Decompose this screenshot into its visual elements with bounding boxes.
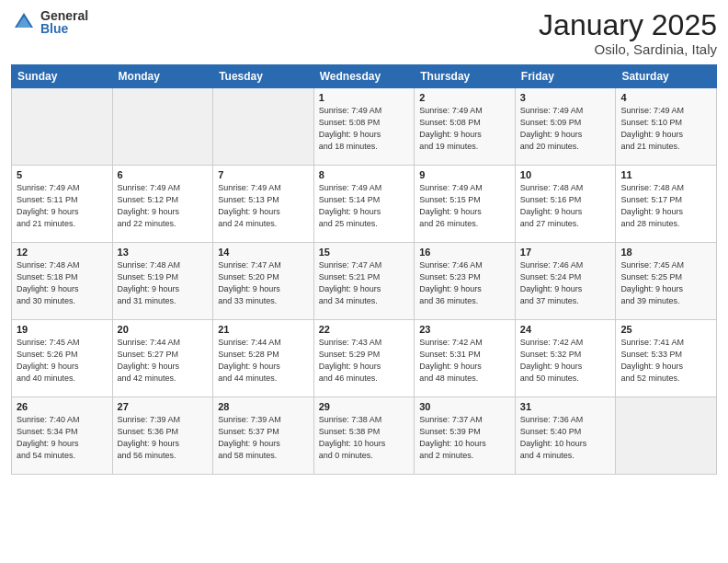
day-number: 12 xyxy=(17,247,108,258)
logo-icon xyxy=(11,9,37,35)
calendar-cell: 6Sunrise: 7:49 AM Sunset: 5:12 PM Daylig… xyxy=(112,166,213,243)
calendar-cell: 12Sunrise: 7:48 AM Sunset: 5:18 PM Dayli… xyxy=(12,243,113,320)
day-info: Sunrise: 7:40 AM Sunset: 5:34 PM Dayligh… xyxy=(17,414,108,462)
day-info: Sunrise: 7:46 AM Sunset: 5:23 PM Dayligh… xyxy=(419,259,510,307)
day-info: Sunrise: 7:48 AM Sunset: 5:17 PM Dayligh… xyxy=(620,182,711,230)
day-info: Sunrise: 7:41 AM Sunset: 5:33 PM Dayligh… xyxy=(620,337,711,385)
month-title: January 2025 xyxy=(539,9,717,41)
day-number: 3 xyxy=(520,92,611,103)
calendar-week-4: 19Sunrise: 7:45 AM Sunset: 5:26 PM Dayli… xyxy=(12,320,717,397)
calendar-week-2: 5Sunrise: 7:49 AM Sunset: 5:11 PM Daylig… xyxy=(12,166,717,243)
calendar-cell: 14Sunrise: 7:47 AM Sunset: 5:20 PM Dayli… xyxy=(213,243,314,320)
day-info: Sunrise: 7:45 AM Sunset: 5:25 PM Dayligh… xyxy=(620,259,711,307)
day-info: Sunrise: 7:47 AM Sunset: 5:20 PM Dayligh… xyxy=(218,259,309,307)
calendar-cell: 15Sunrise: 7:47 AM Sunset: 5:21 PM Dayli… xyxy=(313,243,415,320)
calendar-cell: 23Sunrise: 7:42 AM Sunset: 5:31 PM Dayli… xyxy=(415,320,516,397)
day-number: 9 xyxy=(419,169,510,180)
calendar-cell xyxy=(213,88,314,166)
col-monday: Monday xyxy=(112,65,213,88)
day-number: 2 xyxy=(419,92,510,103)
calendar-table: Sunday Monday Tuesday Wednesday Thursday… xyxy=(11,64,717,475)
day-info: Sunrise: 7:43 AM Sunset: 5:29 PM Dayligh… xyxy=(319,337,410,385)
calendar-cell: 30Sunrise: 7:37 AM Sunset: 5:39 PM Dayli… xyxy=(415,397,516,475)
calendar-cell: 4Sunrise: 7:49 AM Sunset: 5:10 PM Daylig… xyxy=(616,88,717,166)
day-number: 17 xyxy=(520,247,611,258)
day-info: Sunrise: 7:48 AM Sunset: 5:18 PM Dayligh… xyxy=(17,259,108,307)
col-sunday: Sunday xyxy=(12,65,113,88)
header: General Blue January 2025 Osilo, Sardini… xyxy=(11,9,717,57)
day-number: 1 xyxy=(319,92,410,103)
calendar-cell: 26Sunrise: 7:40 AM Sunset: 5:34 PM Dayli… xyxy=(12,397,113,475)
calendar-cell: 21Sunrise: 7:44 AM Sunset: 5:28 PM Dayli… xyxy=(213,320,314,397)
logo-text: General Blue xyxy=(40,9,88,35)
col-thursday: Thursday xyxy=(415,65,516,88)
calendar-cell: 22Sunrise: 7:43 AM Sunset: 5:29 PM Dayli… xyxy=(313,320,415,397)
day-info: Sunrise: 7:49 AM Sunset: 5:09 PM Dayligh… xyxy=(520,105,611,153)
day-info: Sunrise: 7:44 AM Sunset: 5:27 PM Dayligh… xyxy=(118,337,209,385)
day-number: 25 xyxy=(620,324,711,335)
calendar-week-5: 26Sunrise: 7:40 AM Sunset: 5:34 PM Dayli… xyxy=(12,397,717,475)
calendar-cell: 24Sunrise: 7:42 AM Sunset: 5:32 PM Dayli… xyxy=(515,320,616,397)
col-saturday: Saturday xyxy=(616,65,717,88)
col-friday: Friday xyxy=(515,65,616,88)
calendar-cell: 20Sunrise: 7:44 AM Sunset: 5:27 PM Dayli… xyxy=(112,320,213,397)
day-number: 23 xyxy=(419,324,510,335)
location-title: Osilo, Sardinia, Italy xyxy=(539,41,717,57)
calendar-cell: 29Sunrise: 7:38 AM Sunset: 5:38 PM Dayli… xyxy=(313,397,415,475)
day-number: 14 xyxy=(218,247,309,258)
day-number: 18 xyxy=(620,247,711,258)
day-number: 16 xyxy=(419,247,510,258)
day-info: Sunrise: 7:42 AM Sunset: 5:32 PM Dayligh… xyxy=(520,337,611,385)
day-info: Sunrise: 7:46 AM Sunset: 5:24 PM Dayligh… xyxy=(520,259,611,307)
day-number: 28 xyxy=(218,401,309,412)
day-info: Sunrise: 7:49 AM Sunset: 5:08 PM Dayligh… xyxy=(319,105,410,153)
calendar-cell: 17Sunrise: 7:46 AM Sunset: 5:24 PM Dayli… xyxy=(515,243,616,320)
logo: General Blue xyxy=(11,9,88,35)
day-info: Sunrise: 7:49 AM Sunset: 5:15 PM Dayligh… xyxy=(419,182,510,230)
day-info: Sunrise: 7:49 AM Sunset: 5:08 PM Dayligh… xyxy=(419,105,510,153)
calendar-cell: 18Sunrise: 7:45 AM Sunset: 5:25 PM Dayli… xyxy=(616,243,717,320)
calendar-cell: 5Sunrise: 7:49 AM Sunset: 5:11 PM Daylig… xyxy=(12,166,113,243)
calendar-cell: 25Sunrise: 7:41 AM Sunset: 5:33 PM Dayli… xyxy=(616,320,717,397)
day-info: Sunrise: 7:49 AM Sunset: 5:10 PM Dayligh… xyxy=(620,105,711,153)
calendar-cell: 10Sunrise: 7:48 AM Sunset: 5:16 PM Dayli… xyxy=(515,166,616,243)
day-number: 11 xyxy=(620,169,711,180)
day-number: 19 xyxy=(17,324,108,335)
day-info: Sunrise: 7:44 AM Sunset: 5:28 PM Dayligh… xyxy=(218,337,309,385)
calendar-cell: 1Sunrise: 7:49 AM Sunset: 5:08 PM Daylig… xyxy=(313,88,415,166)
day-number: 31 xyxy=(520,401,611,412)
day-info: Sunrise: 7:48 AM Sunset: 5:16 PM Dayligh… xyxy=(520,182,611,230)
calendar-cell xyxy=(616,397,717,475)
day-number: 5 xyxy=(17,169,108,180)
day-info: Sunrise: 7:45 AM Sunset: 5:26 PM Dayligh… xyxy=(17,337,108,385)
calendar-cell: 9Sunrise: 7:49 AM Sunset: 5:15 PM Daylig… xyxy=(415,166,516,243)
day-number: 7 xyxy=(218,169,309,180)
calendar-week-1: 1Sunrise: 7:49 AM Sunset: 5:08 PM Daylig… xyxy=(12,88,717,166)
day-number: 10 xyxy=(520,169,611,180)
day-number: 8 xyxy=(319,169,410,180)
day-number: 24 xyxy=(520,324,611,335)
day-info: Sunrise: 7:49 AM Sunset: 5:14 PM Dayligh… xyxy=(319,182,410,230)
calendar-cell: 27Sunrise: 7:39 AM Sunset: 5:36 PM Dayli… xyxy=(112,397,213,475)
calendar-cell xyxy=(112,88,213,166)
day-number: 30 xyxy=(419,401,510,412)
calendar-cell: 3Sunrise: 7:49 AM Sunset: 5:09 PM Daylig… xyxy=(515,88,616,166)
calendar-cell: 8Sunrise: 7:49 AM Sunset: 5:14 PM Daylig… xyxy=(313,166,415,243)
day-number: 26 xyxy=(17,401,108,412)
day-number: 27 xyxy=(118,401,209,412)
calendar-cell: 31Sunrise: 7:36 AM Sunset: 5:40 PM Dayli… xyxy=(515,397,616,475)
calendar-cell xyxy=(12,88,113,166)
day-number: 22 xyxy=(319,324,410,335)
calendar-cell: 16Sunrise: 7:46 AM Sunset: 5:23 PM Dayli… xyxy=(415,243,516,320)
day-number: 6 xyxy=(118,169,209,180)
day-number: 21 xyxy=(218,324,309,335)
calendar-header-row: Sunday Monday Tuesday Wednesday Thursday… xyxy=(12,65,717,88)
logo-blue-text: Blue xyxy=(40,22,88,35)
day-info: Sunrise: 7:49 AM Sunset: 5:13 PM Dayligh… xyxy=(218,182,309,230)
day-number: 4 xyxy=(620,92,711,103)
day-number: 29 xyxy=(319,401,410,412)
day-info: Sunrise: 7:42 AM Sunset: 5:31 PM Dayligh… xyxy=(419,337,510,385)
col-tuesday: Tuesday xyxy=(213,65,314,88)
day-info: Sunrise: 7:47 AM Sunset: 5:21 PM Dayligh… xyxy=(319,259,410,307)
col-wednesday: Wednesday xyxy=(313,65,415,88)
